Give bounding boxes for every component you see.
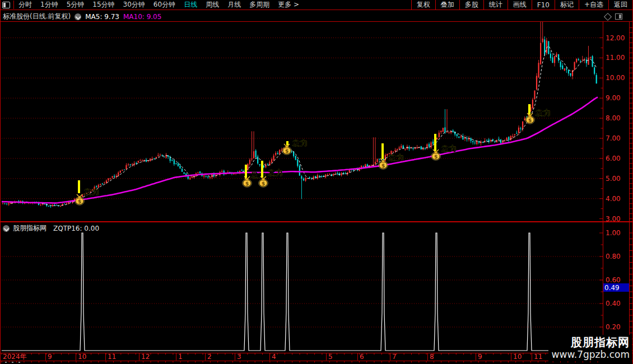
signal-6: $发力 [431,134,457,160]
signal-highlight-bar [261,161,263,178]
svg-text:7: 7 [392,353,397,361]
signal-4: $发力 [282,139,308,155]
buy-signals: $发力$发力$发力$发力$发力$发力$发力 [75,104,551,205]
tool-button-2[interactable]: 叠加 [435,0,459,10]
tab-3[interactable]: 5分钟 [67,0,85,10]
money-bag-icon: $ [243,176,252,187]
indicator-value-label: ZQTP16: 0.00 [53,225,99,232]
svg-text:$: $ [245,181,249,186]
tool-button-4[interactable]: 统计 [483,0,508,10]
gridlines [2,38,603,328]
signal-label: 发力 [83,188,100,196]
tool-button-7[interactable]: 标记 [555,0,579,10]
ma10-legend: MA10: 9.05 [123,13,161,21]
chart-canvas[interactable]: 3.004.005.006.007.008.009.0010.0011.0012… [1,0,633,364]
chevron-down-icon[interactable] [3,225,10,232]
signal-label: 发力 [535,109,551,117]
ma5-line [11,46,597,206]
split-pane-icon[interactable] [615,13,622,20]
svg-text:8.00: 8.00 [606,114,621,122]
svg-text:0.60: 0.60 [606,276,621,284]
svg-text:4: 4 [272,353,276,361]
tool-button-6[interactable]: F10 [532,0,555,10]
sub-chart-header: 股朋指标网 ZQTP16: 0.00 [3,223,99,233]
signal-highlight-bar [78,180,80,193]
signal-1: $发力 [75,180,100,205]
zqtp16-line [2,233,602,351]
svg-text:$: $ [528,118,532,123]
signal-highlight-bar [381,143,384,159]
money-bag-icon: $ [282,144,292,155]
top-toolbar: 分时1分钟5分钟15分钟30分钟60分钟日线周线月线多周期更多 > 复权叠加多股… [1,0,632,10]
svg-text:11: 11 [108,353,116,361]
watermark-site-name: 股朋指标网 [548,335,630,349]
price-axis: 3.004.005.006.007.008.009.0010.0011.0012… [599,28,632,351]
svg-text:12.00: 12.00 [606,34,625,42]
watermark-url: www.7gpzb.com [548,349,630,360]
svg-text:11.00: 11.00 [606,54,625,62]
money-bag-icon: $ [379,158,388,169]
tab-11[interactable]: 更多 > [278,0,299,10]
period-menu: 分时1分钟5分钟15分钟30分钟60分钟日线周线月线多周期更多 > [1,0,411,10]
svg-text:0.80: 0.80 [606,253,621,260]
svg-text:5: 5 [328,353,333,361]
money-bag-icon: $ [525,113,535,124]
tab-4[interactable]: 15分钟 [92,0,114,10]
signal-7: $发力 [525,104,551,124]
signal-label: 发力 [292,139,308,147]
tab-2[interactable]: 1分钟 [40,0,58,10]
stock-app-window: 分时1分钟5分钟15分钟30分钟60分钟日线周线月线多周期更多 > 复权叠加多股… [0,0,633,364]
tool-button-5[interactable]: 画线 [508,0,532,10]
signal-label: 发力 [441,144,457,153]
tab-9[interactable]: 月线 [227,0,241,10]
svg-text:6.00: 6.00 [606,155,621,162]
svg-text:9.00: 9.00 [606,94,621,102]
tab-7[interactable]: 日线 [184,0,197,10]
split-window-icon[interactable] [2,2,10,8]
diamond-icon[interactable] [604,12,612,20]
svg-text:6: 6 [360,353,364,361]
panel-corner-icons [605,13,622,20]
svg-text:$: $ [381,163,385,169]
svg-text:3: 3 [237,353,241,361]
tool-button-1[interactable]: 复权 [411,0,435,10]
svg-text:10: 10 [78,353,86,361]
tab-10[interactable]: 多周期 [249,0,269,10]
signal-label: 发力 [388,153,404,162]
tool-button-3[interactable]: 多股 [459,0,483,10]
signal-5: $发力 [379,143,404,169]
tab-5[interactable]: 30分钟 [123,0,145,10]
watermark: 股朋指标网 www.7gpzb.com [548,335,632,361]
svg-text:5.00: 5.00 [606,175,621,183]
indicator-source: 股朋指标网 [13,223,46,233]
stock-title: 标准股份(日线.前复权) [3,12,71,21]
tool-button-9[interactable]: 返回 [608,0,632,10]
svg-text:8: 8 [430,353,434,361]
svg-text:0.20: 0.20 [606,323,621,331]
signal-highlight-bar [528,104,530,115]
svg-text:10: 10 [513,353,522,361]
tools-menu: 复权叠加多股统计画线F10标记+自选返回 [411,0,632,10]
chevron-down-icon[interactable] [75,13,81,20]
svg-text:0.40: 0.40 [606,300,621,307]
svg-text:4.00: 4.00 [606,195,621,203]
svg-text:$: $ [78,199,81,204]
svg-text:$: $ [285,148,288,154]
svg-text:1.00: 1.00 [606,229,621,237]
tab-8[interactable]: 周线 [206,0,219,10]
svg-text:0.49: 0.49 [604,284,620,292]
tool-button-8[interactable]: +自选 [579,0,608,10]
svg-text:12: 12 [141,353,150,361]
tab-6[interactable]: 60分钟 [153,0,175,10]
svg-text:7.00: 7.00 [606,134,621,142]
svg-text:$: $ [434,154,437,160]
panel-frame [1,10,633,361]
signal-3: $发力 [259,161,283,187]
tab-1[interactable]: 分时 [18,0,32,10]
main-candlestick-chart[interactable] [2,21,597,208]
svg-text:$: $ [262,181,265,186]
main-chart-header: 标准股份(日线.前复权) MA5: 9.73 MA10: 9.05 [3,12,161,21]
signal-label: 发力 [267,169,283,177]
svg-text:9: 9 [48,353,52,361]
date-axis: 2024年91011121234567891011 [2,353,598,363]
